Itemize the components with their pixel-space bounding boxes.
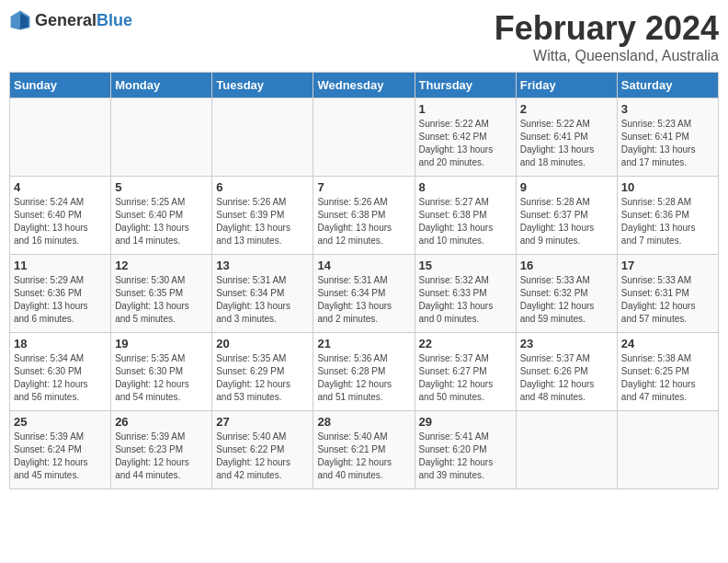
day-number: 8 (419, 180, 512, 194)
logo: GeneralBlue (9, 9, 132, 31)
calendar-cell: 27Sunrise: 5:40 AM Sunset: 6:22 PM Dayli… (212, 411, 313, 489)
calendar-cell: 12Sunrise: 5:30 AM Sunset: 6:35 PM Dayli… (111, 255, 212, 333)
day-info: Sunrise: 5:26 AM Sunset: 6:38 PM Dayligh… (317, 196, 410, 247)
calendar-cell: 24Sunrise: 5:38 AM Sunset: 6:25 PM Dayli… (617, 333, 718, 411)
day-of-week-header: Wednesday (313, 73, 415, 98)
day-number: 2 (520, 102, 613, 116)
day-number: 11 (14, 259, 107, 272)
calendar-cell: 29Sunrise: 5:41 AM Sunset: 6:20 PM Dayli… (415, 411, 516, 489)
calendar-cell (212, 98, 313, 177)
day-info: Sunrise: 5:37 AM Sunset: 6:27 PM Dayligh… (419, 352, 512, 404)
day-of-week-header: Tuesday (212, 73, 313, 98)
day-info: Sunrise: 5:33 AM Sunset: 6:32 PM Dayligh… (520, 274, 613, 326)
day-number: 3 (621, 102, 714, 116)
day-info: Sunrise: 5:31 AM Sunset: 6:34 PM Dayligh… (317, 274, 410, 326)
calendar-cell: 13Sunrise: 5:31 AM Sunset: 6:34 PM Dayli… (212, 255, 313, 333)
calendar-cell: 23Sunrise: 5:37 AM Sunset: 6:26 PM Dayli… (516, 333, 617, 411)
sub-title: Witta, Queensland, Australia (495, 48, 719, 64)
calendar-cell: 3Sunrise: 5:23 AM Sunset: 6:41 PM Daylig… (617, 98, 718, 177)
day-number: 6 (216, 180, 309, 194)
calendar-cell: 9Sunrise: 5:28 AM Sunset: 6:37 PM Daylig… (516, 177, 617, 255)
calendar-header: SundayMondayTuesdayWednesdayThursdayFrid… (10, 73, 719, 98)
day-info: Sunrise: 5:37 AM Sunset: 6:26 PM Dayligh… (520, 352, 613, 404)
day-info: Sunrise: 5:28 AM Sunset: 6:36 PM Dayligh… (621, 196, 714, 247)
day-info: Sunrise: 5:40 AM Sunset: 6:21 PM Dayligh… (317, 431, 410, 482)
calendar-cell: 19Sunrise: 5:35 AM Sunset: 6:30 PM Dayli… (111, 333, 212, 411)
day-number: 28 (317, 415, 410, 429)
day-number: 13 (216, 259, 309, 272)
day-number: 19 (115, 337, 208, 350)
day-of-week-header: Saturday (617, 73, 718, 98)
day-info: Sunrise: 5:22 AM Sunset: 6:41 PM Dayligh… (520, 118, 613, 169)
day-number: 21 (317, 337, 410, 350)
calendar-cell (10, 98, 111, 177)
main-title: February 2024 (495, 9, 719, 48)
calendar-cell: 20Sunrise: 5:35 AM Sunset: 6:29 PM Dayli… (212, 333, 313, 411)
day-of-week-header: Thursday (415, 73, 516, 98)
day-number: 5 (115, 180, 208, 194)
day-info: Sunrise: 5:32 AM Sunset: 6:33 PM Dayligh… (419, 274, 512, 326)
calendar-week-row: 18Sunrise: 5:34 AM Sunset: 6:30 PM Dayli… (10, 333, 719, 411)
header: GeneralBlue February 2024 Witta, Queensl… (9, 9, 719, 64)
day-number: 12 (115, 259, 208, 272)
calendar-table: SundayMondayTuesdayWednesdayThursdayFrid… (9, 72, 719, 489)
calendar-cell: 8Sunrise: 5:27 AM Sunset: 6:38 PM Daylig… (415, 177, 516, 255)
calendar-cell: 11Sunrise: 5:29 AM Sunset: 6:36 PM Dayli… (10, 255, 111, 333)
calendar-cell: 2Sunrise: 5:22 AM Sunset: 6:41 PM Daylig… (516, 98, 617, 177)
day-number: 27 (216, 415, 309, 429)
day-number: 1 (419, 102, 512, 116)
day-number: 29 (419, 415, 512, 429)
day-info: Sunrise: 5:30 AM Sunset: 6:35 PM Dayligh… (115, 274, 208, 326)
day-number: 15 (419, 259, 512, 272)
day-number: 7 (317, 180, 410, 194)
calendar-cell: 10Sunrise: 5:28 AM Sunset: 6:36 PM Dayli… (617, 177, 718, 255)
calendar-cell: 28Sunrise: 5:40 AM Sunset: 6:21 PM Dayli… (313, 411, 415, 489)
day-info: Sunrise: 5:31 AM Sunset: 6:34 PM Dayligh… (216, 274, 309, 326)
calendar-cell: 22Sunrise: 5:37 AM Sunset: 6:27 PM Dayli… (415, 333, 516, 411)
day-info: Sunrise: 5:29 AM Sunset: 6:36 PM Dayligh… (14, 274, 107, 326)
day-number: 26 (115, 415, 208, 429)
day-info: Sunrise: 5:28 AM Sunset: 6:37 PM Dayligh… (520, 196, 613, 247)
day-number: 20 (216, 337, 309, 350)
day-info: Sunrise: 5:34 AM Sunset: 6:30 PM Dayligh… (14, 352, 107, 404)
day-info: Sunrise: 5:26 AM Sunset: 6:39 PM Dayligh… (216, 196, 309, 247)
calendar-cell: 7Sunrise: 5:26 AM Sunset: 6:38 PM Daylig… (313, 177, 415, 255)
calendar-cell: 26Sunrise: 5:39 AM Sunset: 6:23 PM Dayli… (111, 411, 212, 489)
calendar-cell: 21Sunrise: 5:36 AM Sunset: 6:28 PM Dayli… (313, 333, 415, 411)
calendar-cell: 17Sunrise: 5:33 AM Sunset: 6:31 PM Dayli… (617, 255, 718, 333)
day-info: Sunrise: 5:27 AM Sunset: 6:38 PM Dayligh… (419, 196, 512, 247)
calendar-week-row: 4Sunrise: 5:24 AM Sunset: 6:40 PM Daylig… (10, 177, 719, 255)
day-number: 16 (520, 259, 613, 272)
day-number: 10 (621, 180, 714, 194)
day-info: Sunrise: 5:35 AM Sunset: 6:30 PM Dayligh… (115, 352, 208, 404)
calendar-cell: 16Sunrise: 5:33 AM Sunset: 6:32 PM Dayli… (516, 255, 617, 333)
logo-icon (9, 9, 31, 31)
day-of-week-header: Friday (516, 73, 617, 98)
calendar-cell: 14Sunrise: 5:31 AM Sunset: 6:34 PM Dayli… (313, 255, 415, 333)
day-info: Sunrise: 5:35 AM Sunset: 6:29 PM Dayligh… (216, 352, 309, 404)
day-info: Sunrise: 5:33 AM Sunset: 6:31 PM Dayligh… (621, 274, 714, 326)
day-info: Sunrise: 5:40 AM Sunset: 6:22 PM Dayligh… (216, 431, 309, 482)
calendar-week-row: 1Sunrise: 5:22 AM Sunset: 6:42 PM Daylig… (10, 98, 719, 177)
day-number: 4 (14, 180, 107, 194)
day-info: Sunrise: 5:41 AM Sunset: 6:20 PM Dayligh… (419, 431, 512, 482)
calendar-week-row: 11Sunrise: 5:29 AM Sunset: 6:36 PM Dayli… (10, 255, 719, 333)
calendar-cell: 6Sunrise: 5:26 AM Sunset: 6:39 PM Daylig… (212, 177, 313, 255)
title-area: February 2024 Witta, Queensland, Austral… (495, 9, 719, 64)
day-number: 17 (621, 259, 714, 272)
day-of-week-header: Sunday (10, 73, 111, 98)
day-info: Sunrise: 5:23 AM Sunset: 6:41 PM Dayligh… (621, 118, 714, 169)
day-info: Sunrise: 5:39 AM Sunset: 6:24 PM Dayligh… (14, 431, 107, 482)
calendar-cell: 4Sunrise: 5:24 AM Sunset: 6:40 PM Daylig… (10, 177, 111, 255)
day-info: Sunrise: 5:25 AM Sunset: 6:40 PM Dayligh… (115, 196, 208, 247)
day-number: 22 (419, 337, 512, 350)
calendar-cell: 25Sunrise: 5:39 AM Sunset: 6:24 PM Dayli… (10, 411, 111, 489)
logo-general: General (35, 11, 97, 29)
calendar-cell (617, 411, 718, 489)
day-number: 24 (621, 337, 714, 350)
logo-blue: Blue (97, 11, 132, 29)
calendar-cell (111, 98, 212, 177)
calendar-cell (313, 98, 415, 177)
day-number: 18 (14, 337, 107, 350)
day-info: Sunrise: 5:36 AM Sunset: 6:28 PM Dayligh… (317, 352, 410, 404)
